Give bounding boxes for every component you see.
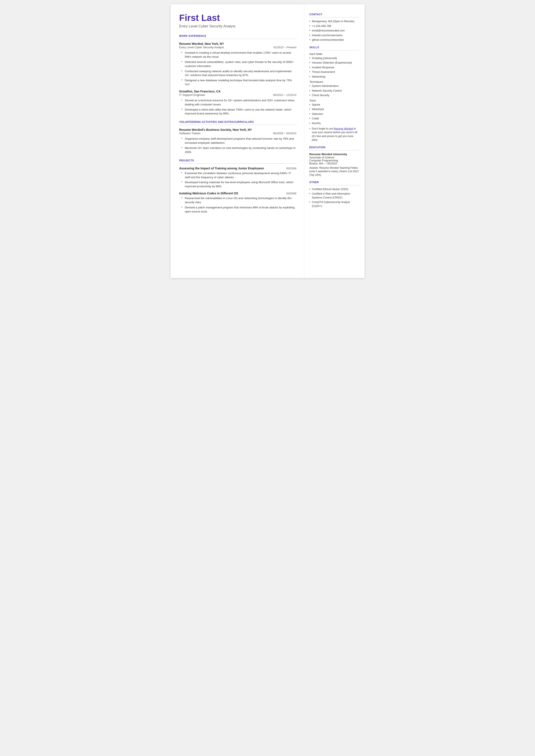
tool-2: Selenium xyxy=(309,112,359,116)
project-date-1: 05/2009 xyxy=(286,167,296,170)
techniques-label: Techniques: xyxy=(309,80,359,83)
bullet-item: Examined the correlation between continu… xyxy=(181,171,296,180)
job-role-dates-2: IT Support Engineer 06/2010 – 12/2014 xyxy=(179,93,296,98)
tool-1: Wireshark xyxy=(309,107,359,111)
vol-role-dates-1: Software Trainer 06/2009 – 04/2010 xyxy=(179,132,296,137)
tool-4: NumPy xyxy=(309,122,359,126)
education-divider xyxy=(309,150,359,151)
hard-skill-1: Intrusion Detection (Experienced) xyxy=(309,61,359,65)
job-role-2: IT Support Engineer xyxy=(179,93,205,97)
project-bullets-1: Examined the correlation between continu… xyxy=(179,171,296,188)
contact-item-1: +1-234-456-789 xyxy=(309,24,359,28)
hard-skill-2: Incident Response xyxy=(309,66,359,70)
projects-divider xyxy=(179,163,296,164)
vol-role-1: Software Trainer xyxy=(179,132,201,135)
job-company-2: Growthsi, San Francisco, CA xyxy=(179,90,221,93)
project-title-1: Assessing the Impact of Training among J… xyxy=(179,167,264,170)
education-heading: EDUCATION xyxy=(309,146,359,149)
tools-label: Tools: xyxy=(309,99,359,102)
tool-3: Colab xyxy=(309,117,359,121)
edu-field: Computer Programming xyxy=(309,159,359,162)
project-date-2: 04/2009 xyxy=(286,192,296,195)
skills-heading: SKILLS xyxy=(309,46,359,49)
hard-skill-0: Scripting (Advanced) xyxy=(309,56,359,60)
job-header-1: Resume Worded, New York, NY xyxy=(179,42,296,45)
job-bullets-1: Assisted in creating a virtual desktop e… xyxy=(179,51,296,87)
scan-note: Don't forget to use Resume Worded to sca… xyxy=(309,127,359,142)
bullet-item: Developed training materials for low-lev… xyxy=(181,181,296,188)
project-header-2: Isolating Malicious Codes in Different O… xyxy=(179,192,296,195)
other-item-1: Certified in Risk and Information System… xyxy=(309,192,359,200)
job-role-dates-1: Entry Level Cyber Security Analyst 01/20… xyxy=(179,46,296,51)
resume-page: First Last Entry Level Cyber Security An… xyxy=(171,4,365,278)
job-dates-1: 01/2015 – Present xyxy=(273,46,296,49)
edu-date: Boston, MA — 05/2010 xyxy=(309,162,359,165)
contact-item-2: email@resumeworded.com xyxy=(309,29,359,33)
bullet-item: Conducted sweeping network audits to ide… xyxy=(181,70,296,78)
contact-item-3: linkedin.com/in/username xyxy=(309,34,359,38)
vol-dates-1: 06/2009 – 04/2010 xyxy=(273,132,296,135)
job-role-1: Entry Level Cyber Security Analyst xyxy=(179,46,224,49)
bullet-item: Detected several vulnerabilities, system… xyxy=(181,60,296,68)
bullet-item: Assisted in creating a virtual desktop e… xyxy=(181,51,296,59)
tool-0: Splunk xyxy=(309,103,359,107)
edu-degree: Associate of Science xyxy=(309,156,359,159)
projects-heading: PROJECTS xyxy=(179,159,296,162)
other-divider xyxy=(309,185,359,185)
contact-heading: CONTACT xyxy=(309,13,359,16)
candidate-title: Entry Level Cyber Security Analyst xyxy=(179,24,296,28)
vol-company-1: Resume Worded's Business Society, New Yo… xyxy=(179,128,252,131)
other-item-2: CompTIA Cybersecurity Analyst (CySA+) xyxy=(309,200,359,208)
technique-0: System Administration xyxy=(309,84,359,88)
bullet-item: Developed a client-side utility that all… xyxy=(181,108,296,116)
scan-note-prefix: Don't forget to use xyxy=(312,127,334,130)
hard-skills-label: Hard Skills: xyxy=(309,53,359,56)
contact-item-4: github.com/resumeworded xyxy=(309,38,359,42)
right-column: CONTACT Montgomery, MA (Open to Remote) … xyxy=(304,4,365,278)
job-bullets-2: Served as a technical resource for 20+ s… xyxy=(179,98,296,116)
hard-skill-4: Networking xyxy=(309,75,359,79)
skills-divider xyxy=(309,50,359,50)
bullet-item: Served as a technical resource for 20+ s… xyxy=(181,98,296,107)
job-dates-2: 06/2010 – 12/2014 xyxy=(273,93,296,97)
left-column: First Last Entry Level Cyber Security An… xyxy=(171,4,304,278)
project-bullets-2: Researched the vulnerabilities in Linux … xyxy=(179,196,296,213)
technique-1: Network Security Control xyxy=(309,89,359,93)
hard-skill-3: Threat Assessment xyxy=(309,70,359,74)
work-experience-heading: WORK EXPERIENCE xyxy=(179,35,296,38)
bullet-item: Devised a patch management program that … xyxy=(181,206,296,214)
bullet-item: Mentored 10+ team members on new technol… xyxy=(181,146,296,154)
project-header-1: Assessing the Impact of Training among J… xyxy=(179,167,296,170)
candidate-name: First Last xyxy=(179,13,296,23)
vol-header-1: Resume Worded's Business Society, New Yo… xyxy=(179,128,296,131)
scan-link[interactable]: Resume Worded xyxy=(334,127,353,130)
edu-awards: Awards: Resume Worded Teaching Fellow (o… xyxy=(309,166,359,177)
volunteering-heading: VOLUNTEERING ACTIVITIES AND EXTRACURRICU… xyxy=(179,121,296,124)
vol-bullets-1: Organized company staff development prog… xyxy=(179,137,296,154)
bullet-item: Organized company staff development prog… xyxy=(181,137,296,145)
bullet-item: Designed a new database modeling techniq… xyxy=(181,78,296,87)
other-heading: OTHER xyxy=(309,181,359,184)
technique-2: Cloud Security xyxy=(309,94,359,98)
job-header-2: Growthsi, San Francisco, CA xyxy=(179,90,296,93)
other-item-0: Certified Ethical Hacker (CEH) xyxy=(309,187,359,191)
project-title-2: Isolating Malicious Codes in Different O… xyxy=(179,192,238,195)
bullet-item: Researched the vulnerabilities in Linux … xyxy=(181,196,296,205)
contact-item-0: Montgomery, MA (Open to Remote) xyxy=(309,20,359,23)
edu-school: Resume Worded University xyxy=(309,153,359,156)
job-company-1: Resume Worded, New York, NY xyxy=(179,42,224,45)
contact-divider xyxy=(309,17,359,17)
